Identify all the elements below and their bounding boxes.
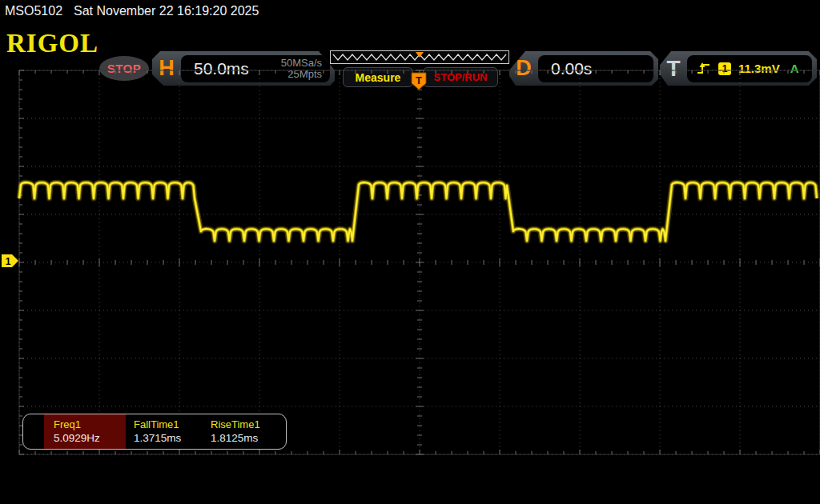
graticule [19,70,820,454]
waveform-overview-bar[interactable] [330,50,509,64]
measurement-results-box[interactable]: Freq1 5.0929Hz FallTime1 1.3715ms RiseTi… [22,414,287,450]
channel-1-level-marker-icon[interactable]: 1 [2,254,18,267]
oscilloscope-screen: MSO5102 Sat November 22 16:19:20 2025 RI… [0,0,820,504]
overview-trigger-marker-icon[interactable] [416,52,424,58]
svg-text:T: T [416,74,422,86]
sample-rate: 50MSa/s [281,58,322,69]
rigol-logo: RIGOL [6,29,98,58]
waveform-display[interactable]: T1 [0,68,820,456]
measurement-item-risetime1[interactable]: RiseTime1 1.8125ms [203,414,283,449]
datetime: Sat November 22 16:19:20 2025 [74,4,259,18]
measurement-item-freq1[interactable]: Freq1 5.0929Hz [44,414,126,449]
svg-text:1: 1 [6,256,11,267]
trigger-position-marker-icon[interactable]: T [412,73,426,90]
bottombar: 1 1.00V 0.00V 2 5.00mV -7.80mV [0,456,820,504]
model-name: MSO5102 [5,4,62,18]
measurement-item-falltime1[interactable]: FallTime1 1.3715ms [126,414,203,449]
titlebar: MSO5102 Sat November 22 16:19:20 2025 [0,0,820,22]
header: RIGOL STOP H 50.0ms 50MSa/s 25Mpts Meas [0,22,820,68]
